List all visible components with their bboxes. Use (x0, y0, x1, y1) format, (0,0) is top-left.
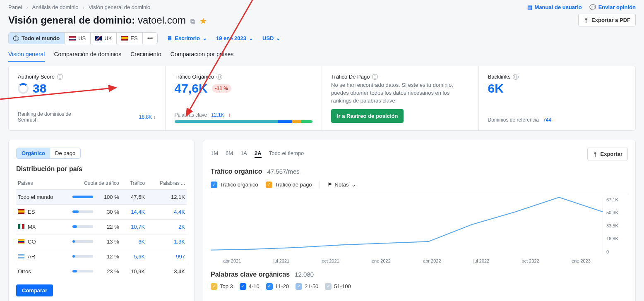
keyword-bucket[interactable]: ✓4-10 (240, 283, 260, 290)
keywords-subtitle: 12.080 (295, 271, 314, 278)
desktop-icon: 🖥 (167, 35, 172, 41)
region-more[interactable]: ••• (143, 33, 158, 44)
metrics-panel: Authority Score 38 Ranking de dominios d… (8, 66, 636, 131)
keyword-bucket[interactable]: ✓11-20 (266, 283, 289, 290)
keyword-bucket[interactable]: ✓Top 3 (211, 283, 233, 290)
table-row[interactable]: Todo el mundo 100 % 47,6K 12,1K (16, 189, 187, 204)
globe-icon (57, 74, 63, 80)
export-chart-button[interactable]: ⭱ Exportar (587, 148, 628, 160)
globe-icon (372, 74, 378, 80)
star-icon[interactable]: ★ (200, 17, 207, 25)
distribution-title: Distribución por país (16, 165, 187, 173)
table-row[interactable]: ES 30 % 14,4K 4,4K (16, 204, 187, 219)
chevron-down-icon: ⌄ (249, 35, 253, 41)
keyword-distribution-bar (175, 120, 313, 123)
globe-icon (13, 36, 19, 41)
flag-icon (69, 36, 76, 41)
distribution-panel: Orgánico De pago Distribución por país P… (8, 140, 195, 301)
date-filter[interactable]: 19 ene 2023 ⌄ (216, 35, 253, 41)
upload-icon: ⭱ (584, 17, 589, 23)
traffic-chart: 67,1K50,3K33,5K16,8K0 abr 2021jul 2021oc… (211, 197, 628, 263)
range-tabs: 1M6M1A2ATodo el tiempo (211, 150, 304, 158)
book-icon: ▤ (527, 4, 532, 10)
checkbox-icon: ✓ (211, 182, 217, 188)
breadcrumb-row: Panel › Análisis de dominio › Visión gen… (8, 0, 636, 13)
range-tab[interactable]: 2A (255, 150, 262, 158)
chevron-down-icon: ⌄ (202, 35, 207, 41)
traffic-type-tabs: Orgánico De pago (16, 148, 81, 159)
region-world[interactable]: Todo el mundo (9, 33, 65, 44)
keyword-bucket[interactable]: ✓21-50 (296, 283, 318, 290)
range-tab[interactable]: 1M (211, 150, 218, 158)
tab-paid[interactable]: De pago (50, 148, 80, 158)
position-tracking-button[interactable]: Ir a Rastreo de posición (331, 109, 404, 123)
device-filter[interactable]: 🖥 Escritorio ⌄ (167, 35, 207, 41)
table-row[interactable]: Otros 23 % 10,9K 3,4K (16, 264, 187, 279)
breadcrumb-item: Visión general de dominio (89, 4, 150, 10)
traffic-chart-panel: 1M6M1A2ATodo el tiempo ⭱ Exportar Tráfic… (203, 140, 636, 301)
arrow-down-icon: ↓ (154, 114, 156, 120)
range-tab[interactable]: Todo el tiempo (269, 150, 304, 158)
chevron-right-icon: › (83, 4, 84, 10)
globe-icon (513, 74, 519, 80)
flag-icon: ⚑ (327, 182, 332, 188)
legend-organic[interactable]: ✓ Tráfico orgánico (211, 182, 258, 188)
chevron-down-icon: ⌄ (276, 35, 281, 41)
comment-icon: 💬 (589, 4, 596, 10)
flag-icon (95, 36, 102, 41)
tab-organic[interactable]: Orgánico (17, 148, 50, 158)
export-pdf-button[interactable]: ⭱ Exportar a PDF (578, 14, 636, 26)
chevron-right-icon: › (26, 4, 28, 10)
compare-button[interactable]: Comparar (16, 284, 53, 296)
chart-subtitle: 47.557/mes (267, 168, 299, 175)
chart-title: Tráfico orgánico (211, 168, 262, 175)
table-row[interactable]: CO 13 % 6K 1,3K (16, 234, 187, 249)
metric-authority-score: Authority Score 38 Ranking de dominios d… (9, 66, 166, 130)
currency-filter[interactable]: USD ⌄ (262, 35, 281, 41)
metric-backlinks: Backlinks 6K Dominios de referencia 744 (479, 66, 636, 130)
keywords-title: Palabras clave orgánicas (211, 271, 290, 278)
metric-organic-traffic: Tráfico Orgánico 47,6K -11 % Palabras cl… (166, 66, 322, 130)
change-badge: -11 % (212, 84, 231, 93)
keyword-bucket[interactable]: ✓51-100 (325, 283, 351, 290)
breadcrumb-item[interactable]: Panel (8, 4, 22, 10)
breadcrumbs: Panel › Análisis de dominio › Visión gen… (8, 4, 150, 10)
range-tab[interactable]: 6M (226, 150, 233, 158)
keywords-legend: ✓Top 3✓4-10✓11-20✓21-50✓51-100 (211, 283, 628, 290)
flag-icon (121, 36, 128, 41)
range-tab[interactable]: 1A (240, 150, 247, 158)
external-link-icon[interactable]: ⧉ (190, 18, 195, 25)
upload-icon: ⭱ (593, 151, 598, 157)
subtab-compare-countries[interactable]: Comparación por países (171, 51, 234, 62)
legend-paid[interactable]: ✓ Tráfico de pago (266, 182, 312, 188)
region-us[interactable]: US (65, 33, 91, 44)
donut-icon (18, 83, 29, 94)
region-es[interactable]: ES (117, 33, 142, 44)
subtab-overview[interactable]: Visión general (8, 51, 45, 62)
feedback-link[interactable]: 💬 Enviar opinión (589, 4, 636, 10)
metric-paid-traffic: Tráfico De Pago No se han encontrado dat… (322, 66, 479, 130)
manual-link[interactable]: ▤ Manual de usuario (527, 4, 582, 10)
subtab-growth[interactable]: Crecimiento (130, 51, 161, 62)
arrow-down-icon: ↓ (228, 112, 231, 118)
subtabs: Visión general Comparación de dominios C… (8, 50, 636, 66)
subtab-compare-domains[interactable]: Comparación de dominios (54, 51, 121, 62)
chevron-down-icon: ⌄ (351, 182, 356, 188)
globe-icon (216, 74, 222, 80)
checkbox-icon: ✓ (266, 182, 272, 188)
notes-dropdown[interactable]: ⚑ Notas ⌄ (327, 182, 356, 188)
distribution-table: Países Cuota de tráfico Tráfico Palabras… (16, 177, 187, 279)
table-row[interactable]: AR 12 % 5,6K 997 (16, 249, 187, 264)
region-selector: Todo el mundo US UK ES ••• (8, 32, 158, 44)
breadcrumb-item[interactable]: Análisis de dominio (32, 4, 79, 10)
table-row[interactable]: MX 22 % 10,7K 2K (16, 219, 187, 234)
page-title: Visión general de dominio: vatoel.com ⧉ … (8, 14, 207, 26)
region-uk[interactable]: UK (91, 33, 117, 44)
